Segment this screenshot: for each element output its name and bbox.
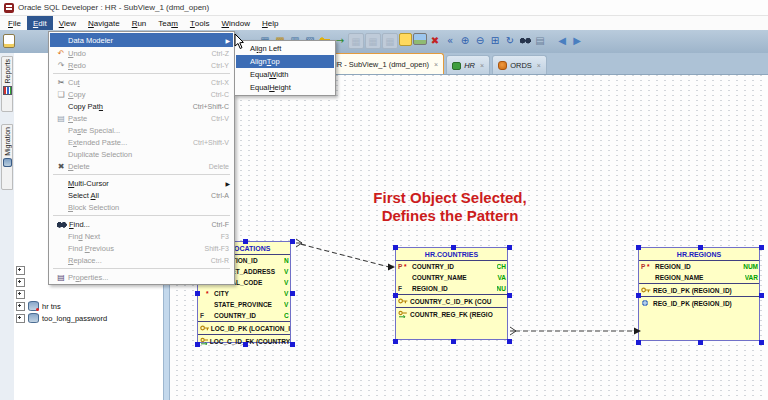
close-tab-icon[interactable]: × xyxy=(434,61,438,68)
menu-item-copy[interactable]: ❏CopyCtrl-C xyxy=(50,88,233,100)
disabled-button-1[interactable]: ▦ xyxy=(348,33,364,49)
menu-separator xyxy=(53,73,230,74)
selection-handle[interactable] xyxy=(393,245,398,250)
menu-item-find-next[interactable]: Find NextF3 xyxy=(50,230,233,242)
selection-handle[interactable] xyxy=(451,339,456,344)
tree-stub-row[interactable] xyxy=(16,288,161,300)
forward-icon[interactable]: ▶ xyxy=(570,33,584,47)
menu-item-data-modeler[interactable]: Data Modeler▶ xyxy=(50,33,233,47)
menu-item-block-selection[interactable]: Block Selection xyxy=(50,201,233,213)
menu-item-duplicate-selection[interactable]: Duplicate Selection xyxy=(50,148,233,160)
sidebar-tab-reports[interactable]: Reports xyxy=(1,56,13,112)
fit-screen-icon[interactable]: ⊞ xyxy=(488,33,502,47)
submenu-item-align-left[interactable]: Align Left xyxy=(236,42,334,55)
menu-item-properties[interactable]: ▤Properties... xyxy=(50,271,233,283)
disabled-button-3[interactable]: ▦ xyxy=(382,33,398,49)
note-icon[interactable] xyxy=(399,33,412,46)
selection-handle[interactable] xyxy=(759,293,764,298)
selection-handle[interactable] xyxy=(195,291,200,296)
menu-item-replace[interactable]: Replace...Ctrl-R xyxy=(50,254,233,266)
selection-handle[interactable] xyxy=(507,245,512,250)
menu-item-redo[interactable]: ↷RedoCtrl-Y xyxy=(50,59,233,71)
selection-handle[interactable] xyxy=(195,342,200,347)
selection-handle[interactable] xyxy=(290,239,295,244)
selection-handle[interactable] xyxy=(636,245,641,250)
selection-handle[interactable] xyxy=(243,342,248,347)
key-label: COUNTR_REG_FK (REGIO xyxy=(410,311,493,318)
entity-column-region-id: P*REGION_IDNUM xyxy=(639,261,759,272)
menu-item-find-previous[interactable]: Find PreviousShift-F3 xyxy=(50,242,233,254)
selection-handle[interactable] xyxy=(290,291,295,296)
menu-edit[interactable]: Edit xyxy=(27,16,53,30)
tree-item-too-long-password[interactable]: too_long_password xyxy=(16,312,161,324)
search-binoculars-icon[interactable] xyxy=(518,33,532,47)
tab-label: ORDS xyxy=(510,61,532,70)
properties-icon: ▤ xyxy=(54,273,68,282)
zoom-in-icon[interactable]: ⊕ xyxy=(458,33,472,47)
selection-handle[interactable] xyxy=(759,340,764,345)
expander-icon[interactable] xyxy=(16,266,25,275)
selection-handle[interactable] xyxy=(698,340,703,345)
selection-handle[interactable] xyxy=(290,342,295,347)
selection-handle[interactable] xyxy=(636,340,641,345)
menu-help[interactable]: Help xyxy=(256,16,284,30)
menu-item-copy-path[interactable]: Copy PathCtrl+Shift-C xyxy=(50,100,233,112)
image-icon[interactable] xyxy=(413,33,427,45)
selection-handle[interactable] xyxy=(451,245,456,250)
selection-handle[interactable] xyxy=(759,245,764,250)
expander-icon[interactable] xyxy=(16,314,25,323)
submenu-item-equal-width[interactable]: Equal Width xyxy=(236,68,334,81)
menu-tools[interactable]: Tools xyxy=(184,16,216,30)
column-name: REGION_ID xyxy=(653,263,691,270)
menu-item-extended-paste[interactable]: Extended Paste...Ctrl+Shift-V xyxy=(50,136,233,148)
sidebar-tab-migration[interactable]: Migration xyxy=(1,124,13,190)
menu-item-find[interactable]: Find...Ctrl-F xyxy=(50,218,233,230)
diagram-annotation[interactable]: First Object Selected, Defines the Patte… xyxy=(330,189,570,225)
expander-icon[interactable] xyxy=(16,302,25,311)
menu-item-multi-cursor[interactable]: Multi-Cursor▶ xyxy=(50,177,233,189)
tree-item-hr-tns[interactable]: hr tns xyxy=(16,300,161,312)
document-icon[interactable]: ▤ xyxy=(533,33,547,47)
selection-handle[interactable] xyxy=(393,293,398,298)
selection-handle[interactable] xyxy=(393,339,398,344)
menu-file[interactable]: File xyxy=(2,16,27,30)
entity-hr-regions[interactable]: HR.REGIONSP*REGION_IDNUMREGION_NAMEVARRE… xyxy=(638,247,760,341)
diagram-canvas[interactable] xyxy=(170,75,768,400)
menu-shortcut: Ctrl-A xyxy=(211,192,229,199)
disabled-button-2[interactable]: ▦ xyxy=(365,33,381,49)
pk-key-icon xyxy=(641,286,651,294)
refresh-icon[interactable]: ↻ xyxy=(503,33,517,47)
menu-team[interactable]: Team xyxy=(152,16,184,30)
tab-ords[interactable]: ORDS× xyxy=(492,55,547,74)
expander-icon[interactable] xyxy=(16,278,25,287)
submenu-item-equal-height[interactable]: Equal Height xyxy=(236,81,334,94)
menu-window[interactable]: Window xyxy=(215,16,255,30)
tab-hr[interactable]: HR× xyxy=(446,55,490,74)
menu-item-undo[interactable]: ↶UndoCtrl-Z xyxy=(50,47,233,59)
menu-item-delete[interactable]: ✖DeleteDelete xyxy=(50,160,233,172)
selection-handle[interactable] xyxy=(698,245,703,250)
close-tab-icon[interactable]: × xyxy=(480,62,484,69)
menu-navigate[interactable]: Navigate xyxy=(82,16,126,30)
submenu-item-align-top[interactable]: Align Top xyxy=(236,55,334,68)
selection-handle[interactable] xyxy=(636,293,641,298)
menu-item-paste[interactable]: ▤PasteCtrl-V xyxy=(50,112,233,124)
menu-run[interactable]: Run xyxy=(126,16,153,30)
column-type: V xyxy=(284,301,290,308)
delete-icon[interactable]: ✖ xyxy=(428,33,442,47)
entity-hr-countries[interactable]: HR.COUNTRIESP*COUNTRY_IDCHCOUNTRY_NAMEVA… xyxy=(395,247,508,340)
zoom-out-icon[interactable]: ⊖ xyxy=(473,33,487,47)
expander-icon[interactable] xyxy=(16,290,25,299)
menu-item-cut[interactable]: ✂CutCtrl-X xyxy=(50,76,233,88)
collapse-all-icon[interactable]: « xyxy=(443,33,457,47)
selection-handle[interactable] xyxy=(243,239,248,244)
menu-item-paste-special[interactable]: Paste Special... xyxy=(50,124,233,136)
close-tab-icon[interactable]: × xyxy=(537,62,541,69)
selection-handle[interactable] xyxy=(507,339,512,344)
selection-handle[interactable] xyxy=(507,293,512,298)
new-file-icon[interactable] xyxy=(3,34,15,48)
database-icon xyxy=(28,301,39,311)
back-icon[interactable]: ◀ xyxy=(555,33,569,47)
menu-item-select-all[interactable]: Select AllCtrl-A xyxy=(50,189,233,201)
menu-view[interactable]: View xyxy=(53,16,82,30)
